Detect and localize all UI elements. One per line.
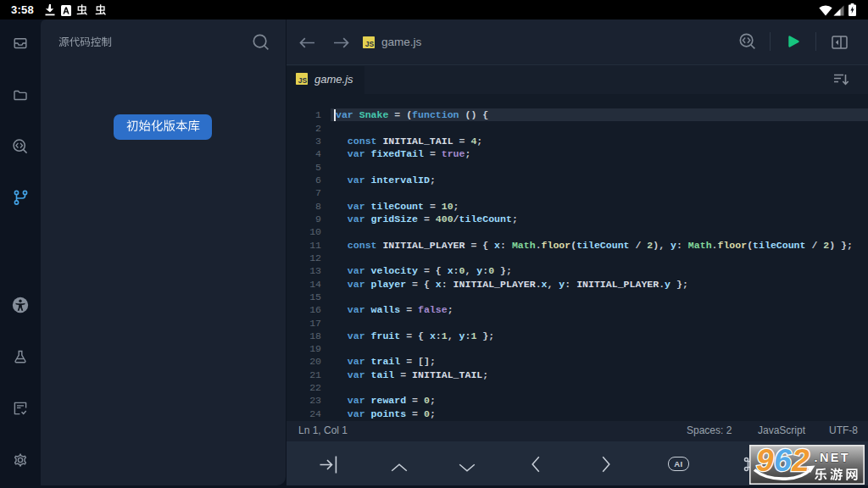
- svg-text:.NET: .NET: [815, 451, 851, 464]
- svg-text:962: 962: [756, 445, 810, 478]
- svg-text:JS: JS: [298, 77, 308, 85]
- svg-text:JS: JS: [365, 41, 375, 48]
